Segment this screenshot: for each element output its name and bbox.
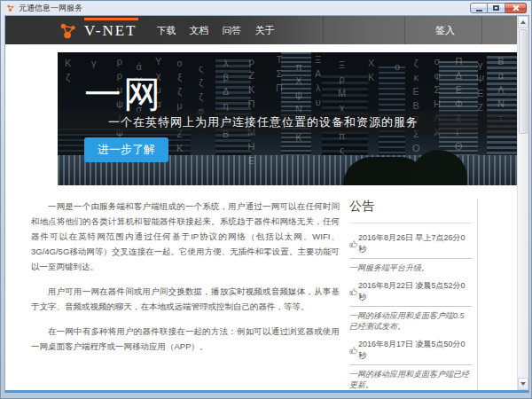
- matrix-glyph-column: Κ ζ: [65, 56, 71, 84]
- browser-viewport: V-NET 下载 文档 问答 关于 签入: [4, 15, 529, 393]
- matrix-glyph-column: Ξ Α λ υ: [315, 52, 321, 109]
- announcement-item: 2016年8月17日 凌晨5点50分0秒 一网的移动应用和桌面客户端已经更新。: [349, 339, 472, 390]
- matrix-glyph-column: ο: [395, 59, 400, 74]
- matrix-glyph-column: ο ξ ζ μ ρ Ζ Κ: [176, 56, 183, 155]
- announcement-link[interactable]: 2016年8月17日 凌晨5点50分0秒: [349, 339, 472, 365]
- nav-item-download[interactable]: 下载: [156, 24, 176, 37]
- maximize-icon: [493, 5, 499, 11]
- announcement-date: 2016年8月26日 早上7点26分0秒: [358, 232, 472, 255]
- matrix-glyph-column: γ: [91, 56, 97, 70]
- announcement-date: 2016年8月22日 凌晨5点52分0秒: [358, 280, 472, 303]
- page-body: 一网是一个由服务端和客户端组成的一个系统，用户通过一网可以在任何时间和地点将他们…: [5, 185, 517, 390]
- window-titlebar: 元通信息一网服务: [2, 1, 530, 15]
- maximize-button[interactable]: [488, 3, 505, 13]
- arrow-down-icon: [520, 382, 526, 386]
- network-nodes-icon: [57, 20, 80, 40]
- window-controls: [470, 3, 527, 13]
- minimize-button[interactable]: [470, 3, 488, 13]
- navbar-separator: [323, 16, 324, 44]
- page-scrollbar[interactable]: [517, 16, 528, 390]
- brand-accent-bar: [84, 18, 138, 20]
- window-title: 元通信息一网服务: [19, 3, 82, 14]
- matrix-glyph-column: Π Δ Ε Φ ξ Γ Θ: [455, 54, 463, 153]
- thumbs-up-icon: [349, 239, 358, 248]
- thumbs-up-icon: [349, 346, 358, 355]
- minimize-icon: [476, 10, 482, 12]
- nav-menu: 下载 文档 问答 关于: [156, 24, 274, 37]
- hero-subtitle: 一个在英特网上为用户连接任意位置的设备和资源的服务: [58, 111, 517, 133]
- matrix-glyph-column: γ Ψ Ε Ζ: [476, 58, 484, 114]
- nav-item-qa[interactable]: 问答: [222, 24, 241, 37]
- brand-name: V-NET: [84, 22, 137, 39]
- matrix-glyph-column: Χ Κ: [368, 56, 374, 84]
- brand-logo[interactable]: V-NET: [57, 20, 137, 40]
- matrix-glyph-column: Τ Σ Π: [276, 52, 283, 95]
- matrix-glyph-column: ζ κ Ε Β Ρ Σ Ο: [412, 56, 420, 155]
- paragraph: 一网是一个由服务端和客户端组成的一个系统，用户通过一网可以在任何时间和地点将他们…: [31, 199, 340, 274]
- navbar-separator: [404, 16, 405, 44]
- announcements-panel: 公告 2016年8月26日 早上7点26分0秒 一网服务端平台升级。 2016年…: [349, 199, 478, 390]
- app-window: 元通信息一网服务 V-NET: [0, 0, 532, 399]
- navbar: V-NET 下载 文档 问答 关于 签入: [5, 16, 517, 44]
- nav-item-about[interactable]: 关于: [254, 24, 274, 37]
- close-button[interactable]: [505, 3, 527, 13]
- scroll-up-button[interactable]: [518, 16, 528, 28]
- app-icon: [6, 4, 15, 12]
- learn-more-button[interactable]: 进一步了解: [84, 137, 168, 162]
- announcement-link[interactable]: 2016年8月26日 早上7点26分0秒: [349, 232, 472, 259]
- arrow-up-icon: [520, 20, 526, 24]
- nav-item-docs[interactable]: 文档: [189, 24, 208, 37]
- thumbs-up-icon: [349, 287, 358, 296]
- scroll-down-button[interactable]: [518, 378, 528, 390]
- announcement-text: 一网的移动应用和桌面客户端已经更新。: [349, 369, 472, 390]
- announcement-item: 2016年8月22日 凌晨5点52分0秒 一网的移动应用和桌面客户端0.5已经测…: [349, 280, 472, 332]
- signin-button[interactable]: 签入: [435, 24, 455, 37]
- close-icon: [512, 4, 520, 12]
- paragraph: 用户可用一网在器件间或用户间交换数据，播放实时视频或音频媒体，从事基于文字、音频…: [31, 284, 340, 314]
- hero-banner: Κ ζγρ ρ μ ψ Ι ψά Υ λ σΥ χ μ αο ξ ζ μ ρ Ζ…: [58, 52, 517, 185]
- scrollbar-thumb[interactable]: [519, 29, 528, 134]
- announcement-link[interactable]: 2016年8月22日 凌晨5点52分0秒: [349, 280, 472, 307]
- navbar-separator: [481, 16, 482, 44]
- announcement-text: 一网的移动应用和桌面客户端0.5已经测试发布。: [349, 310, 472, 332]
- announcements-heading: 公告: [349, 199, 472, 223]
- announcement-text: 一网服务端平台升级。: [349, 262, 472, 274]
- paragraph: 在一网中有多种将用户的器件联接在一起的方法：例如可以通过浏览器或使用一网桌面客户…: [31, 324, 340, 354]
- announcement-item: 2016年8月26日 早上7点26分0秒 一网服务端平台升级。: [349, 232, 472, 274]
- matrix-glyph-column: Ξ ρ Μ χ α π ς: [338, 58, 346, 157]
- intro-article: 一网是一个由服务端和客户端组成的一个系统，用户通过一网可以在任何时间和地点将他们…: [31, 199, 340, 390]
- web-page: V-NET 下载 文档 问答 关于 签入: [5, 16, 517, 390]
- announcement-date: 2016年8月17日 凌晨5点50分0秒: [358, 339, 472, 362]
